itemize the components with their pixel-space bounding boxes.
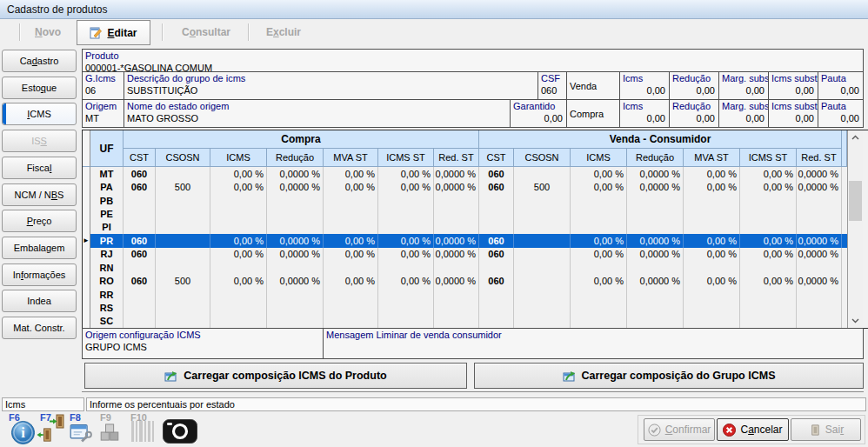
uf-cell[interactable]: RN (90, 261, 124, 274)
venda-icms-st[interactable]: 0,00 % (740, 248, 797, 261)
compra-icms-subst-value[interactable]: 0,00 (769, 112, 818, 124)
compra-icms-st[interactable]: 0,00 % (378, 234, 434, 247)
venda-redu-o[interactable]: 0,0000 % (627, 234, 684, 247)
venda-cst[interactable] (479, 288, 514, 301)
compra-redu-o[interactable] (267, 261, 324, 274)
compra-csosn[interactable] (156, 194, 210, 207)
info-icon[interactable]: i (10, 420, 36, 447)
compra-icms-st[interactable]: 0,00 % (378, 167, 434, 180)
compra-red-st[interactable]: 0,0000 % (434, 248, 479, 261)
compra-icms[interactable] (210, 221, 267, 234)
compra-redu-o[interactable]: 0,0000 % (267, 274, 324, 287)
venda-red-st[interactable]: 0,0000 % (797, 234, 842, 247)
compra-icms[interactable]: 0,00 % (210, 248, 267, 261)
venda-icms-st[interactable] (740, 315, 797, 328)
cancelar-button[interactable]: Cancelar (717, 418, 789, 441)
venda-cst[interactable]: 060 (479, 248, 514, 261)
compra-redu-o[interactable] (267, 221, 324, 234)
compra-icms[interactable]: 0,00 % (210, 274, 267, 287)
compra-redu-o[interactable] (267, 194, 324, 207)
venda-icms[interactable]: 0,00 % (571, 274, 627, 287)
compra-icms-st[interactable] (378, 194, 434, 207)
compra-csosn[interactable] (156, 248, 210, 261)
compra-mva-st[interactable] (324, 194, 378, 207)
compra-red-st[interactable] (434, 207, 479, 220)
sidebar-item-mat-constr[interactable]: Mat. Constr. (2, 317, 77, 339)
venda-csosn[interactable] (514, 315, 571, 328)
venda-icms-st[interactable] (740, 207, 797, 220)
venda-redu-o[interactable]: 0,0000 % (627, 274, 684, 287)
sair-button[interactable]: Sair (791, 418, 861, 441)
grid-row-RO[interactable]: RO0605000,00 %0,0000 %0,00 %0,00 %0,0000… (83, 274, 847, 287)
uf-cell[interactable]: RJ (90, 248, 124, 261)
compra-icms[interactable] (210, 194, 267, 207)
sidebar-item-preco[interactable]: Preço (2, 210, 77, 232)
uf-cell[interactable]: PR (90, 234, 124, 247)
window-tools-icon[interactable] (70, 423, 92, 445)
venda-csosn[interactable] (514, 274, 571, 287)
venda-icms[interactable]: 0,00 % (571, 248, 627, 261)
compra-icms-value[interactable]: 0,00 (620, 112, 669, 124)
compra-red-st[interactable] (434, 315, 479, 328)
sidebar-item-cadastro[interactable]: Cadastro (2, 50, 77, 72)
venda-red-st[interactable] (797, 288, 842, 301)
grid-row-PI[interactable]: PI (83, 221, 847, 234)
compra-icms[interactable] (210, 207, 267, 220)
compra-cst[interactable]: 060 (124, 180, 156, 193)
compra-mva-st[interactable]: 0,00 % (324, 234, 378, 247)
grid-row-MT[interactable]: MT0600,00 %0,0000 %0,00 %0,00 %0,0000 %0… (83, 167, 847, 180)
venda-pauta-value[interactable]: 0,00 (818, 84, 863, 97)
venda-icms-st[interactable]: 0,00 % (740, 274, 797, 287)
compra-redu-o[interactable]: 0,0000 % (267, 180, 324, 193)
venda-icms[interactable] (571, 194, 627, 207)
sidebar-item-embalagem[interactable]: Embalagem (2, 237, 77, 259)
grid-row-RJ[interactable]: RJ0600,00 %0,0000 %0,00 %0,00 %0,0000 %0… (83, 248, 847, 261)
venda-cst[interactable] (479, 261, 514, 274)
venda-csosn[interactable] (514, 301, 571, 314)
compra-redu-o[interactable] (267, 301, 324, 314)
compra-csosn[interactable] (156, 288, 210, 301)
venda-icms-st[interactable] (740, 194, 797, 207)
compra-csosn[interactable] (156, 234, 210, 247)
compra-icms-st[interactable] (378, 301, 434, 314)
venda-icms-st[interactable]: 0,00 % (740, 167, 797, 180)
venda-mva-st[interactable] (684, 261, 740, 274)
compra-redu-o[interactable]: 0,0000 % (267, 248, 324, 261)
compra-mva-st[interactable]: 0,00 % (324, 180, 378, 193)
venda-mva-st[interactable] (684, 221, 740, 234)
venda-icms-st[interactable]: 0,00 % (740, 234, 797, 247)
compra-cst[interactable] (124, 261, 156, 274)
venda-red-st[interactable] (797, 261, 842, 274)
venda-red-st[interactable] (797, 315, 842, 328)
venda-cst[interactable]: 060 (479, 274, 514, 287)
venda-marg-subst-value[interactable]: 0,00 (719, 84, 768, 97)
venda-csosn[interactable] (514, 221, 571, 234)
venda-red-st[interactable] (797, 207, 842, 220)
compra-cst[interactable]: 060 (124, 167, 156, 180)
venda-redu-o[interactable] (627, 315, 684, 328)
nome-estado-value[interactable]: MATO GROSSO (124, 112, 510, 124)
compra-red-st[interactable]: 0,0000 % (434, 167, 479, 180)
venda-csosn[interactable] (514, 288, 571, 301)
compra-mva-st[interactable]: 0,00 % (324, 167, 378, 180)
compra-icms[interactable]: 0,00 % (210, 167, 267, 180)
venda-cst[interactable]: 060 (479, 167, 514, 180)
garantido-value[interactable]: 0,00 (511, 112, 566, 124)
compra-csosn[interactable] (156, 167, 210, 180)
compra-red-st[interactable] (434, 288, 479, 301)
confirmar-button[interactable]: Confirmar (644, 418, 715, 441)
compra-reducao-value[interactable]: 0,00 (670, 112, 718, 124)
venda-redu-o[interactable] (627, 261, 684, 274)
compra-csosn[interactable]: 500 (156, 274, 210, 287)
grid-row-PR[interactable]: ►PR0600,00 %0,0000 %0,00 %0,00 %0,0000 %… (83, 234, 847, 247)
compra-cst[interactable] (124, 288, 156, 301)
venda-mva-st[interactable]: 0,00 % (684, 234, 740, 247)
uf-cell[interactable]: SC (90, 315, 124, 328)
venda-mva-st[interactable] (684, 315, 740, 328)
compra-cst[interactable] (124, 221, 156, 234)
venda-icms-st[interactable]: 0,00 % (740, 180, 797, 193)
compra-mva-st[interactable] (324, 288, 378, 301)
uf-cell[interactable]: RO (90, 274, 124, 287)
venda-csosn[interactable] (514, 261, 571, 274)
venda-icms-st[interactable] (740, 261, 797, 274)
